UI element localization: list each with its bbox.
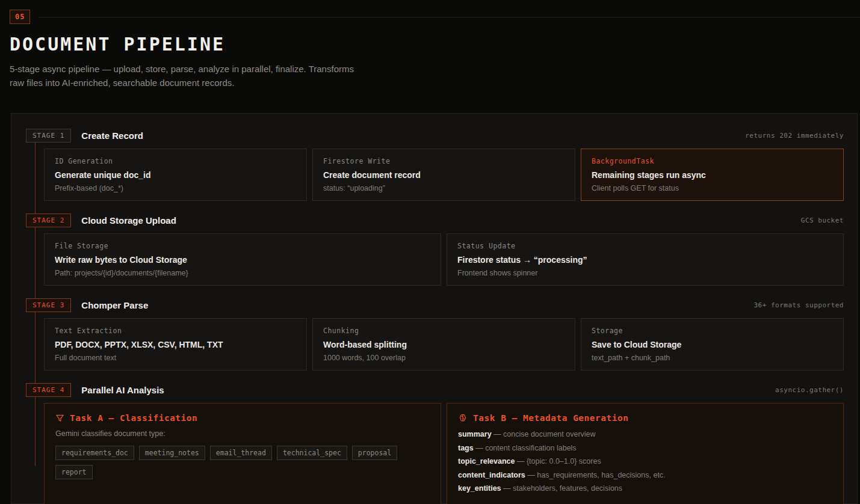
stage-2-cards: File Storage Write raw bytes to Cloud St… [44,233,844,286]
field-desc: — stakeholders, features, decisions [501,484,623,493]
field-content-indicators: content_indicators — has_requirements, h… [458,470,832,481]
card-title: Save to Cloud Storage [592,340,833,349]
field-desc: — content classification labels [474,444,577,452]
card-text-extraction: Text Extraction PDF, DOCX, PPTX, XLSX, C… [44,318,307,370]
card-label: Status Update [457,242,833,250]
card-label: BackgroundTask [592,157,833,165]
card-label: ID Generation [55,157,296,165]
task-a-description: Gemini classifies document type: [55,429,430,438]
card-file-storage: File Storage Write raw bytes to Cloud St… [44,233,441,286]
card-id-generation: ID Generation Generate unique doc_id Pre… [44,149,307,201]
stage-3-badge: STAGE 3 [26,298,71,312]
card-title: Write raw bytes to Cloud Storage [55,255,430,265]
card-title: Generate unique doc_id [55,170,296,180]
header-divider [39,17,860,17]
card-subtext: Frontend shows spinner [457,269,833,277]
stage-2-badge: STAGE 2 [26,214,71,227]
stage-3-title: Chomper Parse [81,300,148,310]
card-label: Chunking [323,327,565,335]
card-subtext: status: “uploading” [323,184,565,192]
stage-4-badge: STAGE 4 [26,383,71,397]
chip-meeting-notes: meeting_notes [139,446,205,460]
card-subtext: 1000 words, 100 overlap [323,354,565,362]
stage-3-header: STAGE 3 Chomper Parse 36+ formats suppor… [26,298,844,312]
chip-report: report [55,465,93,479]
card-subtext: Client polls GET for status [592,184,833,192]
card-subtext: Full document text [55,354,296,362]
card-title: Firestore status → “processing” [457,255,833,265]
field-desc: — has_requirements, has_decisions, etc. [525,471,666,479]
field-topic-relevance: topic_relevance — {topic: 0.0–1.0} score… [458,456,832,467]
card-subtext: Prefix-based (doc_*) [55,184,296,192]
card-label: Text Extraction [55,327,296,335]
brain-icon [458,413,468,423]
stage-1-cards: ID Generation Generate unique doc_id Pre… [44,149,844,201]
field-desc: — concise document overview [492,430,596,438]
card-title: Create document record [323,170,565,180]
chip-proposal: proposal [352,446,397,460]
card-chunking: Chunking Word-based splitting 1000 words… [312,318,575,370]
task-a-title: Task A — Classification [70,413,197,423]
field-summary: summary — concise document overview [458,429,832,440]
task-a-title-row: Task A — Classification [55,413,430,423]
card-subtext: text_path + chunk_path [592,354,833,362]
stage-1-title: Create Record [81,131,143,141]
subtitle-line-2: raw files into AI-enriched, searchable d… [10,78,235,88]
card-title: Word-based splitting [323,340,565,349]
funnel-icon [55,414,64,423]
field-key: topic_relevance [458,457,515,466]
card-label: File Storage [55,242,430,250]
stage-2-meta: GCS bucket [801,217,844,224]
stage-1-header: STAGE 1 Create Record returns 202 immedi… [26,129,844,143]
subtitle-line-1: 5-stage async pipeline — upload, store, … [10,64,354,74]
card-task-a-classification: Task A — Classification Gemini classifie… [44,403,441,504]
field-key: key_entities [458,484,501,493]
card-task-b-metadata: Task B — Metadata Generation summary — c… [447,403,844,504]
card-subtext: Path: projects/{id}/documents/{filename} [55,269,430,277]
card-title: PDF, DOCX, PPTX, XLSX, CSV, HTML, TXT [55,340,296,349]
metadata-field-list: summary — concise document overview tags… [458,429,832,494]
card-storage: Storage Save to Cloud Storage text_path … [581,318,844,370]
stage-1-meta: returns 202 immediately [745,132,844,140]
header-badge-row: 05 [10,10,860,24]
stage-4-header: STAGE 4 Parallel AI Analysis asyncio.gat… [26,383,844,397]
stage-1-badge: STAGE 1 [26,129,71,143]
card-title: Remaining stages run async [592,170,833,180]
stage-3-meta: 36+ formats supported [753,301,844,309]
card-background-task: BackgroundTask Remaining stages run asyn… [581,149,844,201]
section-number-badge: 05 [10,10,30,24]
doc-type-chips: requirements_doc meeting_notes email_thr… [55,446,430,479]
field-key: tags [458,444,474,452]
page-header: 05 DOCUMENT PIPELINE 5-stage async pipel… [10,10,860,90]
task-b-title: Task B — Metadata Generation [473,413,628,423]
card-label: Firestore Write [323,157,565,165]
page-title: DOCUMENT PIPELINE [10,34,860,55]
field-key-entities: key_entities — stakeholders, features, d… [458,484,832,494]
card-label: Storage [592,327,833,335]
chip-email-thread: email_thread [210,446,272,460]
stage-2-header: STAGE 2 Cloud Storage Upload GCS bucket [26,214,844,227]
field-tags: tags — content classification labels [458,443,832,454]
field-desc: — {topic: 0.0–1.0} scores [515,457,601,466]
chip-requirements-doc: requirements_doc [55,446,134,460]
stage-4-meta: asyncio.gather() [775,386,844,394]
card-status-update: Status Update Firestore status → “proces… [447,233,844,286]
stage-3-cards: Text Extraction PDF, DOCX, PPTX, XLSX, C… [44,318,844,370]
stage-4-title: Parallel AI Analysis [81,385,164,395]
stage-4-cards: Task A — Classification Gemini classifie… [44,403,844,504]
field-key: summary [458,430,492,438]
pipeline-panel: STAGE 1 Create Record returns 202 immedi… [11,113,858,504]
task-b-title-row: Task B — Metadata Generation [458,413,832,423]
stage-2-title: Cloud Storage Upload [81,215,176,226]
page-subtitle: 5-stage async pipeline — upload, store, … [10,62,401,90]
field-key: content_indicators [458,471,525,479]
card-firestore-write: Firestore Write Create document record s… [312,149,575,201]
chip-technical-spec: technical_spec [277,446,347,460]
